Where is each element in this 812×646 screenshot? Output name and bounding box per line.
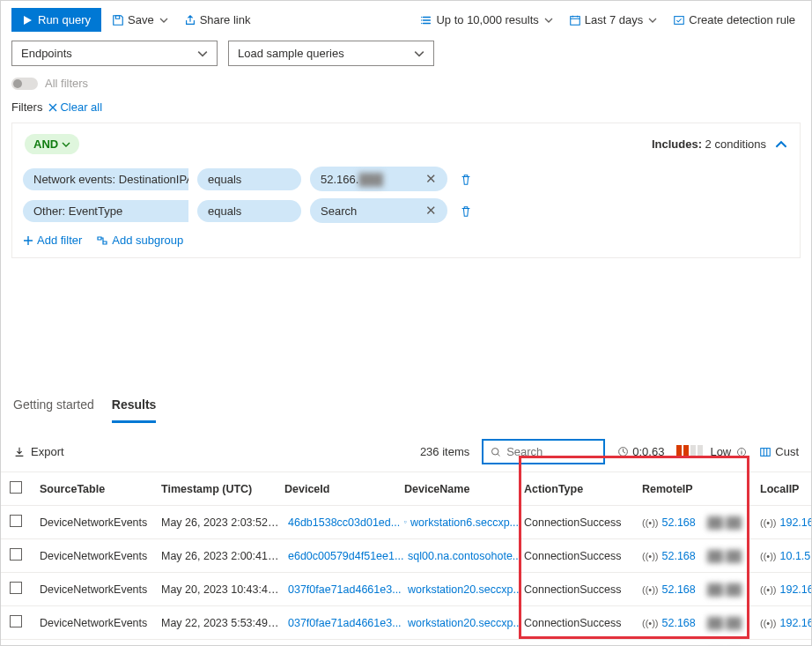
create-detection-rule-button[interactable]: Create detection rule xyxy=(668,10,801,30)
query-timer: 0:0.63 xyxy=(617,445,664,458)
select-all-checkbox[interactable] xyxy=(10,481,22,494)
cell-devicename[interactable]: sql00.na.contosohote... xyxy=(404,550,524,562)
cell-actiontype: ConnectionSuccess xyxy=(524,516,642,529)
chevron-down-icon xyxy=(544,16,553,25)
search-icon xyxy=(491,446,501,458)
columns-icon xyxy=(759,446,771,458)
scope-select[interactable]: Endpoints xyxy=(11,41,218,66)
col-localip[interactable]: LocalIP xyxy=(760,483,812,495)
cell-devicename[interactable]: workstation20.seccxp... xyxy=(404,617,524,629)
sample-queries-select[interactable]: Load sample queries xyxy=(228,41,434,66)
results-table: SourceTable Timestamp (UTC) DeviceId Dev… xyxy=(1,472,811,646)
results-search-input[interactable] xyxy=(506,445,596,458)
table-row[interactable]: DeviceNetworkEventsMay 26, 2023 2:03:52 … xyxy=(1,506,811,539)
cell-source: DeviceNetworkEvents xyxy=(40,550,161,562)
network-icon: ((•)) xyxy=(642,584,659,595)
cell-localip[interactable]: ((•)) 192.168 xyxy=(760,583,812,596)
cell-devicename[interactable]: workstation20.seccxp... xyxy=(404,583,524,596)
close-icon xyxy=(48,102,58,113)
trash-icon xyxy=(460,205,472,218)
cell-localip[interactable]: ((•)) 192.168 xyxy=(760,617,812,629)
calendar-icon xyxy=(569,14,581,26)
add-filter-button[interactable]: Add filter xyxy=(23,234,82,247)
results-limit-button[interactable]: Up to 10,000 results xyxy=(415,10,557,30)
share-link-button[interactable]: Share link xyxy=(179,10,256,30)
col-actiontype[interactable]: ActionType xyxy=(524,483,642,495)
col-deviceid[interactable]: DeviceId xyxy=(284,483,404,495)
save-button[interactable]: Save xyxy=(107,10,173,30)
table-header-row: SourceTable Timestamp (UTC) DeviceId Dev… xyxy=(1,472,811,506)
table-row[interactable]: DeviceNetworkEventsMay 20, 2023 10:43:45… xyxy=(1,573,811,606)
cell-deviceid[interactable]: 037f0fae71ad4661e3... xyxy=(284,583,404,596)
cell-timestamp: May 22, 2023 5:53:49 AM xyxy=(161,617,284,629)
cell-source: DeviceNetworkEvents xyxy=(40,516,161,529)
col-devicename[interactable]: DeviceName xyxy=(404,483,524,495)
play-icon xyxy=(22,15,33,26)
tab-results[interactable]: Results xyxy=(112,390,157,423)
table-row[interactable]: DeviceNetworkEventsMay 22, 2023 5:53:49 … xyxy=(1,606,811,640)
svg-rect-5 xyxy=(761,448,771,456)
filter-group-card: AND Includes: 2 conditions Network event… xyxy=(11,123,801,258)
chevron-down-icon xyxy=(414,48,424,59)
condition-field-pill[interactable]: Network events: DestinationIPA... xyxy=(23,168,188,190)
chevron-up-icon[interactable] xyxy=(775,138,787,151)
device-icon xyxy=(404,516,407,528)
cell-remoteip[interactable]: ((•)) 52.168.██.██ xyxy=(642,516,760,529)
clear-value-icon[interactable]: ✕ xyxy=(425,203,437,219)
cell-deviceid[interactable]: 46db1538cc03d01ed... xyxy=(284,516,404,529)
condition-field-pill[interactable]: Other: EventType xyxy=(23,200,188,222)
clock-icon xyxy=(617,446,629,457)
condition-op-pill[interactable]: equals xyxy=(197,200,301,222)
condition-value-pill[interactable]: Search ✕ xyxy=(310,198,447,223)
col-sourcetable[interactable]: SourceTable xyxy=(40,483,161,495)
tab-getting-started[interactable]: Getting started xyxy=(13,390,94,423)
cell-devicename[interactable]: workstation6.seccxp... xyxy=(404,516,524,529)
all-filters-label: All filters xyxy=(45,77,88,90)
results-search-box[interactable] xyxy=(482,439,605,464)
time-range-button[interactable]: Last 7 days xyxy=(564,10,663,30)
delete-condition-button[interactable] xyxy=(456,172,476,186)
table-row[interactable]: DeviceNetworkEventsMay 26, 2023 2:00:41 … xyxy=(1,539,811,573)
cell-remoteip[interactable]: ((•)) 52.168.██.██ xyxy=(642,583,760,596)
logic-operator-pill[interactable]: AND xyxy=(25,134,79,154)
info-icon[interactable] xyxy=(736,447,747,457)
cell-timestamp: May 26, 2023 2:00:41 PM xyxy=(161,550,284,562)
all-filters-toggle[interactable] xyxy=(11,78,38,90)
chevron-down-icon xyxy=(159,16,168,25)
detection-rule-icon xyxy=(673,14,685,26)
network-icon: ((•)) xyxy=(642,517,659,528)
customize-columns-button[interactable]: Cust xyxy=(759,445,799,458)
cell-remoteip[interactable]: ((•)) 52.168.██.██ xyxy=(642,617,760,629)
clear-value-icon[interactable]: ✕ xyxy=(425,171,437,187)
row-checkbox[interactable] xyxy=(10,582,22,594)
svg-point-2 xyxy=(492,448,498,454)
cell-deviceid[interactable]: 037f0fae71ad4661e3... xyxy=(284,617,404,629)
cell-localip[interactable]: ((•)) 192.168 xyxy=(760,516,812,529)
cell-remoteip[interactable]: ((•)) 52.168.██.██ xyxy=(642,550,760,562)
svg-rect-0 xyxy=(571,16,580,25)
chevron-down-icon xyxy=(648,16,657,25)
add-subgroup-button[interactable]: Add subgroup xyxy=(96,234,183,247)
svg-rect-7 xyxy=(404,522,406,523)
run-query-button[interactable]: Run query xyxy=(11,8,101,32)
chevron-down-icon xyxy=(197,48,208,59)
clear-all-button[interactable]: Clear all xyxy=(48,100,102,114)
cell-actiontype: ConnectionSuccess xyxy=(524,617,642,629)
col-timestamp[interactable]: Timestamp (UTC) xyxy=(161,483,284,495)
cell-localip[interactable]: ((•)) 10.1.5.1 xyxy=(760,550,812,562)
row-checkbox[interactable] xyxy=(10,548,22,561)
export-button[interactable]: Export xyxy=(13,445,64,458)
filters-label: Filters xyxy=(11,100,42,114)
table-row[interactable]: DeviceNetworkEventsMay 23, 2023 5:13:53 … xyxy=(1,640,811,646)
list-icon xyxy=(420,14,432,26)
network-icon: ((•)) xyxy=(760,584,777,595)
cell-timestamp: May 20, 2023 10:43:45 PM xyxy=(161,583,284,596)
row-checkbox[interactable] xyxy=(10,615,22,627)
row-checkbox[interactable] xyxy=(10,515,22,527)
cell-deviceid[interactable]: e6d0c00579d4f51ee1... xyxy=(284,550,404,562)
condition-op-pill[interactable]: equals xyxy=(197,168,301,190)
includes-summary: Includes: 2 conditions xyxy=(652,137,766,151)
condition-value-pill[interactable]: 52.166.███ ✕ xyxy=(310,167,447,191)
delete-condition-button[interactable] xyxy=(456,204,476,218)
col-remoteip[interactable]: RemoteIP xyxy=(642,483,760,495)
